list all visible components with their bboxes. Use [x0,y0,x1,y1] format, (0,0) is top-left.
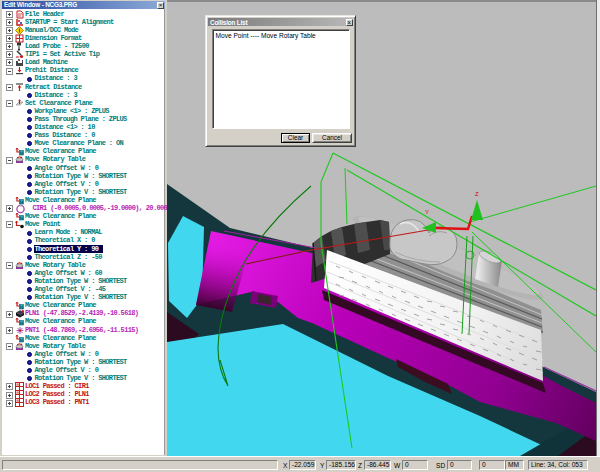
svg-text:Z: Z [475,191,479,197]
svg-text:Y: Y [425,209,429,215]
